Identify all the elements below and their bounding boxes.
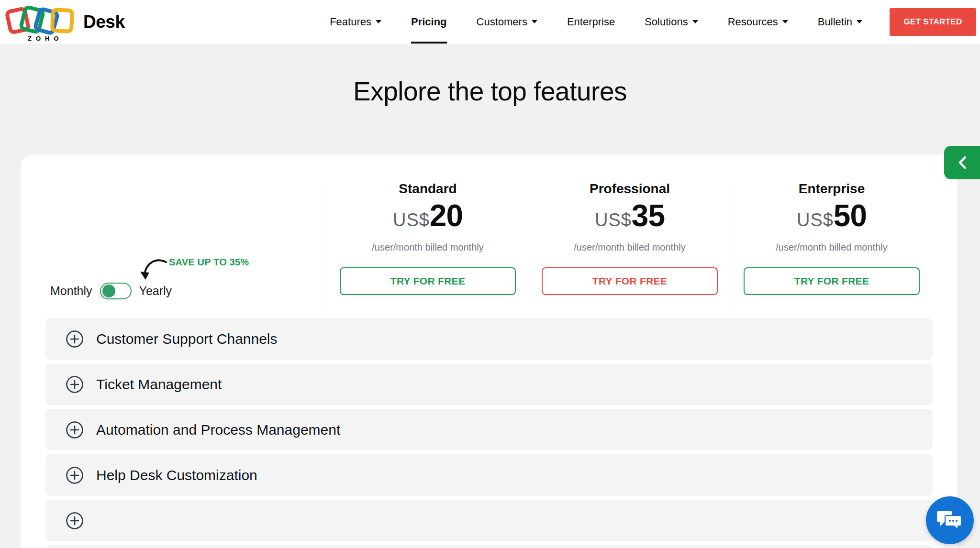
- plus-circle-icon: [66, 512, 84, 530]
- zoho-wordmark: ZOHO: [28, 35, 63, 42]
- accordion-row-ticket-management[interactable]: Ticket Management: [45, 363, 933, 405]
- zoho-logo-yellow-square: [50, 7, 75, 33]
- nav-item-bulletin[interactable]: Bulletin: [818, 0, 862, 44]
- plan-amount: 35: [632, 198, 665, 233]
- nav-item-features[interactable]: Features: [330, 0, 381, 44]
- accordion-row-partial[interactable]: [45, 545, 933, 548]
- try-for-free-button-professional[interactable]: TRY FOR FREE: [542, 267, 718, 295]
- plus-circle-icon: [66, 421, 84, 439]
- plan-billing-period: /user/month billed monthly: [731, 242, 933, 253]
- save-badge: SAVE UP TO 35%: [169, 257, 249, 268]
- plan-name: Standard: [327, 181, 529, 197]
- accordion-row-reports-dashboards[interactable]: [45, 500, 933, 541]
- get-started-button[interactable]: GET STARTED: [890, 8, 976, 36]
- nav-item-label: Bulletin: [818, 16, 852, 28]
- save-up-to-hint: SAVE UP TO 35%: [139, 256, 249, 284]
- top-navigation-bar: ZOHO Desk Features Pricing Customers Ent…: [0, 0, 980, 44]
- billing-period-toggle-row: Monthly Yearly: [50, 283, 172, 299]
- column-divider: [327, 182, 327, 317]
- monthly-label: Monthly: [50, 284, 92, 298]
- accordion-row-customer-support-channels[interactable]: Customer Support Channels: [45, 318, 933, 360]
- caret-down-icon: [857, 20, 862, 23]
- plan-billing-period: /user/month billed monthly: [327, 242, 529, 253]
- nav-item-customers[interactable]: Customers: [477, 0, 537, 44]
- accordion-row-help-desk-customization[interactable]: Help Desk Customization: [45, 454, 933, 496]
- zoho-logo-icon: ZOHO: [7, 5, 74, 39]
- plan-name: Enterprise: [731, 181, 933, 197]
- nav-item-solutions[interactable]: Solutions: [645, 0, 698, 44]
- billing-toggle-column: SAVE UP TO 35% Monthly Yearly: [21, 154, 327, 318]
- caret-down-icon: [782, 20, 788, 23]
- caret-down-icon: [692, 20, 698, 23]
- column-divider: [529, 182, 529, 317]
- plan-currency: US$: [595, 210, 632, 230]
- accordion-row-automation-process-management[interactable]: Automation and Process Management: [45, 409, 933, 450]
- nav-item-label: Pricing: [411, 16, 447, 28]
- chevron-left-icon: [957, 155, 968, 170]
- plan-name: Professional: [529, 181, 731, 197]
- nav-item-label: Features: [330, 16, 371, 28]
- curved-arrow-icon: [139, 259, 168, 284]
- accordion-label: Help Desk Customization: [96, 467, 257, 483]
- desk-wordmark: Desk: [83, 12, 124, 32]
- column-divider: [731, 182, 731, 317]
- accordion-label: Ticket Management: [96, 376, 222, 393]
- plan-currency: US$: [797, 210, 834, 230]
- plan-amount: 20: [430, 198, 463, 233]
- caret-down-icon: [376, 20, 381, 23]
- zoho-desk-logo[interactable]: ZOHO Desk: [7, 5, 124, 39]
- pricing-table-header: SAVE UP TO 35% Monthly Yearly Standard U…: [21, 154, 958, 318]
- plan-column-enterprise: Enterprise US$50 /user/month billed mont…: [731, 154, 933, 318]
- plan-price: US$35: [529, 198, 731, 241]
- chat-widget-button[interactable]: [926, 496, 974, 544]
- plus-circle-icon: [66, 375, 84, 394]
- plan-price: US$20: [327, 198, 529, 241]
- plus-circle-icon: [66, 466, 84, 484]
- plan-currency: US$: [393, 210, 430, 230]
- active-tab-underline: [411, 42, 447, 44]
- plan-amount: 50: [834, 198, 867, 233]
- chat-bubbles-icon: [936, 508, 963, 532]
- main-menu: Features Pricing Customers Enterprise So…: [315, 0, 877, 44]
- toggle-knob: [102, 285, 115, 297]
- yearly-label: Yearly: [139, 284, 172, 298]
- nav-item-enterprise[interactable]: Enterprise: [567, 0, 615, 44]
- nav-item-label: Solutions: [645, 16, 688, 28]
- try-for-free-button-enterprise[interactable]: TRY FOR FREE: [744, 267, 920, 295]
- nav-item-resources[interactable]: Resources: [728, 0, 788, 44]
- accordion-label: Automation and Process Management: [96, 422, 340, 438]
- caret-down-icon: [532, 20, 537, 23]
- pricing-card: SAVE UP TO 35% Monthly Yearly Standard U…: [21, 154, 958, 548]
- nav-item-label: Enterprise: [567, 16, 615, 28]
- nav-item-label: Customers: [477, 16, 527, 28]
- feature-accordion: Customer Support Channels Ticket Managem…: [21, 318, 958, 548]
- accordion-label: Customer Support Channels: [96, 331, 278, 347]
- nav-item-label: Resources: [728, 16, 778, 28]
- plan-price: US$50: [731, 198, 933, 241]
- nav-item-pricing[interactable]: Pricing: [411, 0, 447, 44]
- plus-circle-icon: [66, 330, 84, 348]
- page-title: Explore the top features: [0, 44, 980, 106]
- plan-billing-period: /user/month billed monthly: [529, 242, 731, 253]
- billing-period-toggle[interactable]: [100, 283, 132, 299]
- plan-column-standard: Standard US$20 /user/month billed monthl…: [327, 154, 529, 318]
- collapse-panel-tab[interactable]: [944, 146, 980, 179]
- try-for-free-button-standard[interactable]: TRY FOR FREE: [340, 267, 516, 295]
- plan-column-professional: Professional US$35 /user/month billed mo…: [529, 154, 731, 318]
